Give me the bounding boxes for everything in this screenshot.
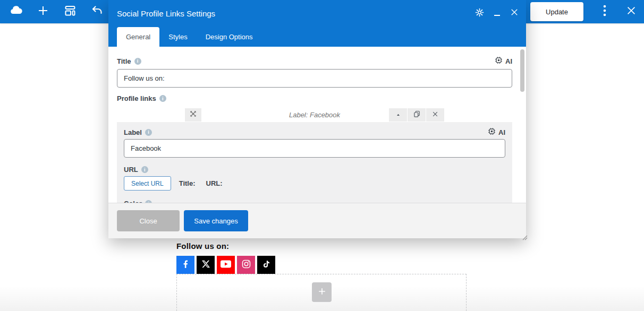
instagram-link[interactable]	[237, 256, 255, 274]
plus-icon	[317, 286, 327, 299]
select-url-button[interactable]: Select URL	[124, 176, 171, 191]
facebook-icon	[181, 259, 191, 271]
preview-heading: Follow us on:	[176, 241, 229, 250]
info-icon[interactable]: i	[141, 166, 148, 173]
info-icon[interactable]: i	[134, 58, 141, 65]
repeater-item-title[interactable]: Label: Facebook	[117, 108, 512, 122]
save-changes-button[interactable]: Save changes	[184, 210, 248, 231]
info-icon[interactable]: i	[145, 129, 152, 136]
delete-item-button[interactable]	[426, 108, 444, 122]
duplicate-icon	[413, 110, 421, 120]
tab-general[interactable]: General	[117, 27, 159, 47]
close-button[interactable]: Close	[117, 210, 180, 231]
delete-x-icon	[431, 110, 439, 120]
add-element-toolbar-button[interactable]	[34, 3, 52, 21]
settings-modal: Social Profile Links Settings	[108, 0, 526, 238]
title-input[interactable]	[117, 69, 512, 88]
social-icons-row	[176, 256, 275, 274]
modal-footer: Close Save changes	[108, 203, 526, 238]
exit-builder-button[interactable]	[622, 2, 641, 21]
youtube-link[interactable]	[217, 256, 235, 274]
builder-logo[interactable]	[7, 3, 25, 21]
modal-title: Social Profile Links Settings	[117, 9, 474, 18]
modal-tabs: General Styles Design Options	[117, 27, 262, 47]
close-icon	[510, 7, 519, 19]
close-icon	[625, 5, 637, 19]
ai-chip-icon	[495, 56, 503, 66]
instagram-icon	[241, 259, 251, 271]
layout-icon	[64, 4, 77, 19]
repeater-item-panel: Label i AI	[117, 122, 512, 203]
modal-scrollbar-thumb[interactable]	[520, 49, 524, 92]
minimize-icon	[493, 7, 501, 20]
plus-icon	[37, 4, 49, 19]
close-modal-button[interactable]	[509, 8, 520, 19]
add-section-button[interactable]	[312, 282, 332, 302]
builder-screen: Update Follow us on:	[0, 0, 644, 311]
kebab-menu-icon	[603, 5, 606, 19]
tab-design-options[interactable]: Design Options	[197, 27, 262, 47]
toolbar-left-group	[0, 3, 115, 21]
ai-chip-icon	[488, 127, 496, 137]
tiktok-link[interactable]	[257, 256, 275, 274]
modal-body: Title i AI	[108, 47, 526, 203]
more-options-button[interactable]	[595, 2, 614, 21]
title-field-label: Title	[117, 57, 131, 65]
undo-icon	[90, 4, 104, 19]
gear-icon	[474, 7, 485, 20]
ai-assist-button[interactable]: AI	[488, 127, 505, 137]
modal-header: Social Profile Links Settings	[108, 0, 526, 47]
ai-assist-button[interactable]: AI	[495, 56, 512, 66]
info-icon[interactable]: i	[159, 95, 166, 102]
modal-header-actions	[474, 8, 520, 19]
profile-links-label: Profile links	[117, 94, 156, 102]
label-input[interactable]	[124, 139, 505, 158]
undo-button[interactable]	[88, 3, 106, 21]
ai-label: AI	[505, 57, 512, 65]
caret-up-icon	[395, 110, 401, 120]
facebook-link[interactable]	[176, 256, 194, 274]
x-twitter-icon	[202, 260, 210, 270]
tiktok-icon	[262, 260, 271, 271]
layout-templates-button[interactable]	[61, 3, 79, 21]
repeater-item-header: Label: Facebook	[117, 108, 512, 122]
url-field-label: URL	[124, 166, 138, 174]
move-icon	[189, 110, 197, 120]
youtube-icon	[221, 260, 231, 270]
minimize-modal-button[interactable]	[492, 8, 502, 19]
link-title-label: Title:	[179, 179, 196, 187]
tab-styles[interactable]: Styles	[159, 27, 196, 47]
toolbar-right-group: Update	[530, 0, 641, 23]
repeater-item-actions	[389, 108, 444, 122]
duplicate-item-button[interactable]	[408, 108, 426, 122]
label-field-label: Label	[124, 128, 142, 136]
modal-resize-handle[interactable]	[521, 233, 528, 243]
link-url-label: URL:	[206, 179, 223, 187]
x-twitter-link[interactable]	[197, 256, 215, 274]
collapse-item-button[interactable]	[389, 108, 407, 122]
settings-gear-button[interactable]	[474, 8, 485, 19]
drag-handle[interactable]	[185, 108, 201, 122]
ai-label: AI	[498, 128, 505, 136]
update-button[interactable]: Update	[530, 2, 583, 21]
cloud-logo-icon	[8, 4, 24, 19]
